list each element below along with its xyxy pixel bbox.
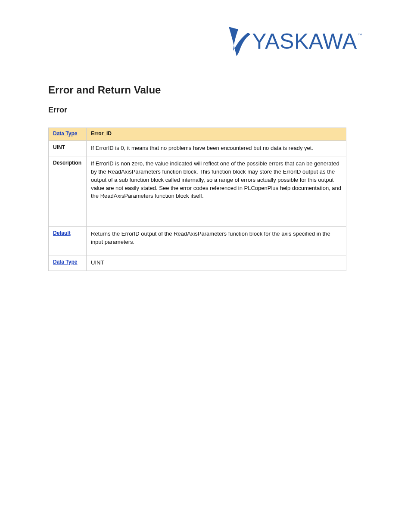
yaskawa-mark-icon [227,27,250,56]
table-row: UINT If ErrorID is 0, it means that no p… [49,141,346,156]
table-header-row: Data Type Error_ID [49,128,346,141]
cell-label-datatype[interactable]: Data Type [49,255,87,271]
cell-value-0: If ErrorID is 0, it means that no proble… [87,141,346,156]
cell-label-uint: UINT [49,141,87,156]
heading-error-return-value: Error and Return Value [48,84,161,96]
heading-error: Error [48,106,67,115]
cell-value-2: Returns the ErrorID output of the ReadAx… [87,227,346,255]
table-header-errorid: Error_ID [87,128,346,141]
cell-label-description: Description [49,156,87,227]
table-row: Data Type UINT [49,255,346,271]
error-table: Data Type Error_ID UINT If ErrorID is 0,… [48,128,346,271]
cell-label-default[interactable]: Default [49,227,87,255]
table-header-datatype[interactable]: Data Type [49,128,87,141]
cell-value-3: UINT [87,255,346,271]
cell-value-1: If ErrorID is non zero, the value indica… [87,156,346,227]
brand-logo: YASKAWA™ [227,27,361,56]
brand-wordmark: YASKAWA™ [252,31,361,52]
table-row: Default Returns the ErrorID output of th… [49,227,346,255]
table-row: Description If ErrorID is non zero, the … [49,156,346,227]
